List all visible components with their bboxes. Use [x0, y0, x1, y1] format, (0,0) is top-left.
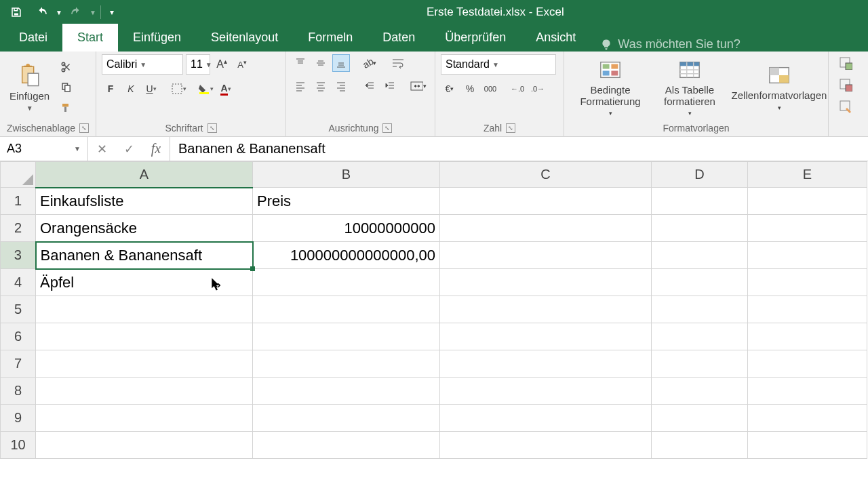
- orientation-button[interactable]: ab▾: [361, 54, 378, 72]
- cell-D3[interactable]: [652, 242, 748, 269]
- enter-formula-button[interactable]: ✓: [115, 137, 142, 161]
- align-left-button[interactable]: [292, 77, 309, 95]
- cell-B5[interactable]: [253, 296, 440, 323]
- row-header-9[interactable]: 9: [1, 405, 36, 432]
- cell-C5[interactable]: [440, 296, 652, 323]
- insert-cells-button[interactable]: [837, 54, 854, 72]
- comma-button[interactable]: 000: [481, 80, 499, 98]
- increase-indent-button[interactable]: [381, 77, 399, 95]
- formula-input[interactable]: Bananen & Bananensaft: [170, 137, 868, 161]
- fill-color-button[interactable]: ▾: [197, 80, 214, 98]
- align-right-button[interactable]: [332, 77, 350, 95]
- delete-cells-button[interactable]: [837, 76, 854, 94]
- accounting-format-button[interactable]: €▾: [441, 80, 458, 98]
- cell-C1[interactable]: [440, 188, 652, 215]
- align-center-button[interactable]: [312, 77, 330, 95]
- font-size-select[interactable]: 11▼: [186, 54, 210, 75]
- underline-button[interactable]: U▾: [142, 80, 160, 98]
- cell-styles-button[interactable]: Zellenformatvorlagen▾: [728, 62, 830, 113]
- cell-C8[interactable]: [440, 378, 652, 405]
- format-painter-button[interactable]: [58, 99, 75, 117]
- cell-D5[interactable]: [652, 296, 748, 323]
- decrease-font-button[interactable]: A▾: [233, 56, 251, 73]
- tab-data[interactable]: Daten: [368, 24, 430, 52]
- cell-A8[interactable]: [36, 378, 253, 405]
- tab-formulas[interactable]: Formeln: [293, 24, 368, 52]
- undo-button[interactable]: [30, 1, 54, 23]
- conditional-formatting-button[interactable]: Bedingte Formatierung▾: [570, 56, 651, 118]
- cell-B1[interactable]: Preis: [253, 188, 440, 215]
- increase-decimal-button[interactable]: ←.0: [509, 80, 526, 98]
- cell-C6[interactable]: [440, 323, 652, 350]
- cell-A2[interactable]: Orangensäcke: [36, 215, 253, 242]
- cell-E5[interactable]: [748, 296, 867, 323]
- row-header-3[interactable]: 3: [1, 242, 36, 269]
- cell-A1[interactable]: Einkaufsliste: [36, 188, 253, 215]
- cell-B3[interactable]: 100000000000000,00: [253, 242, 440, 269]
- tell-me-search[interactable]: Was möchten Sie tun?: [591, 37, 749, 52]
- cell-A3[interactable]: Bananen & Bananensaft: [36, 242, 253, 269]
- cell-B9[interactable]: [253, 405, 440, 432]
- row-header-2[interactable]: 2: [1, 215, 36, 242]
- row-header-10[interactable]: 10: [1, 432, 36, 459]
- cell-C3[interactable]: [440, 242, 652, 269]
- cell-E8[interactable]: [748, 378, 867, 405]
- clipboard-dialog-launcher[interactable]: ⤡: [79, 123, 89, 133]
- tab-file[interactable]: Datei: [4, 24, 62, 52]
- font-color-button[interactable]: A▾: [217, 80, 235, 98]
- cell-B2[interactable]: 10000000000: [253, 215, 440, 242]
- number-format-select[interactable]: Standard▼: [441, 54, 556, 75]
- column-header-A[interactable]: A: [36, 162, 253, 188]
- save-button[interactable]: [4, 1, 28, 23]
- alignment-dialog-launcher[interactable]: ⤡: [382, 123, 392, 133]
- cell-B7[interactable]: [253, 350, 440, 378]
- cell-C9[interactable]: [440, 405, 652, 432]
- column-header-E[interactable]: E: [748, 162, 867, 188]
- row-header-7[interactable]: 7: [1, 350, 36, 378]
- cancel-formula-button[interactable]: ✕: [88, 137, 115, 161]
- cell-D7[interactable]: [652, 350, 748, 378]
- format-cells-button[interactable]: [837, 98, 854, 115]
- cell-D1[interactable]: [652, 188, 748, 215]
- row-header-5[interactable]: 5: [1, 296, 36, 323]
- cell-E6[interactable]: [748, 323, 867, 350]
- cell-D8[interactable]: [652, 378, 748, 405]
- tab-pagelayout[interactable]: Seitenlayout: [196, 24, 293, 52]
- tab-insert[interactable]: Einfügen: [118, 24, 196, 52]
- cell-A7[interactable]: [36, 350, 253, 378]
- undo-dropdown[interactable]: ▼: [56, 9, 62, 16]
- cell-A10[interactable]: [36, 432, 253, 459]
- column-header-D[interactable]: D: [652, 162, 748, 188]
- cell-E3[interactable]: [748, 242, 867, 269]
- cell-C4[interactable]: [440, 269, 652, 296]
- cell-D9[interactable]: [652, 405, 748, 432]
- decrease-indent-button[interactable]: [361, 77, 378, 95]
- align-top-button[interactable]: [292, 54, 309, 72]
- name-box[interactable]: A3 ▼: [0, 137, 88, 161]
- redo-button[interactable]: [64, 1, 88, 23]
- paste-button[interactable]: Einfügen ▼: [5, 62, 54, 113]
- cell-B4[interactable]: [253, 269, 440, 296]
- cell-D10[interactable]: [652, 432, 748, 459]
- decrease-decimal-button[interactable]: .0→: [529, 80, 547, 98]
- cell-B6[interactable]: [253, 323, 440, 350]
- cell-E4[interactable]: [748, 269, 867, 296]
- cell-B8[interactable]: [253, 378, 440, 405]
- align-middle-button[interactable]: [312, 54, 330, 72]
- cell-D4[interactable]: [652, 269, 748, 296]
- cell-D2[interactable]: [652, 215, 748, 242]
- cell-D6[interactable]: [652, 323, 748, 350]
- format-as-table-button[interactable]: Als Tabelle formatieren▾: [652, 56, 727, 118]
- customize-qat-button[interactable]: ▾: [105, 1, 119, 23]
- cell-C7[interactable]: [440, 350, 652, 378]
- cell-E10[interactable]: [748, 432, 867, 459]
- wrap-text-button[interactable]: [389, 54, 407, 72]
- row-header-8[interactable]: 8: [1, 378, 36, 405]
- select-all-corner[interactable]: [1, 162, 36, 188]
- column-header-B[interactable]: B: [253, 162, 440, 188]
- cell-A5[interactable]: [36, 296, 253, 323]
- font-dialog-launcher[interactable]: ⤡: [208, 123, 217, 133]
- insert-function-button[interactable]: fx: [142, 137, 170, 161]
- tab-view[interactable]: Ansicht: [521, 24, 591, 52]
- cell-A6[interactable]: [36, 323, 253, 350]
